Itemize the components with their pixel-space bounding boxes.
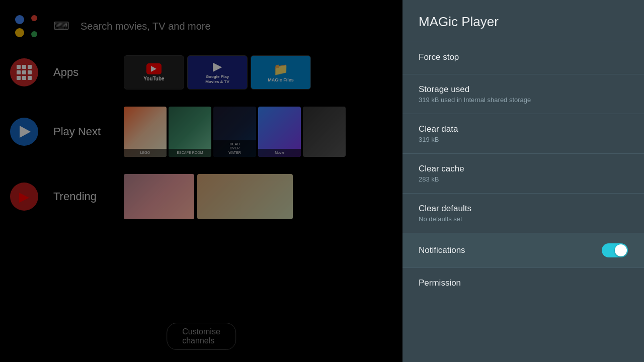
clear-defaults-sublabel: No defaults set (419, 215, 628, 223)
clear-cache-label: Clear cache (419, 164, 628, 174)
storage-used-item[interactable]: Storage used 319 kB used in Internal sha… (403, 74, 644, 114)
apps-thumbnails: YouTube ▶ Google PlayMovies & TV 📁 MAGic… (124, 55, 311, 89)
google-logo-icon (15, 15, 37, 37)
google-play-movies-thumb[interactable]: ▶ Google PlayMovies & TV (187, 55, 248, 89)
clear-defaults-item[interactable]: Clear defaults No defaults set (403, 194, 644, 233)
trending-section: ▶ Trending (0, 168, 403, 225)
keyboard-icon: ⌨ (52, 17, 70, 35)
play-icon (20, 126, 31, 138)
tv-home-screen: ⌨ Search movies, TV and more Apps YouTub… (0, 0, 403, 362)
search-placeholder[interactable]: Search movies, TV and more (80, 21, 211, 32)
customise-channels-label: Customise channels (167, 323, 236, 350)
play-next-thumbnails: LEGO ESCAPE ROOM DEADOVERWATER Movie (124, 107, 346, 157)
play-next-section: Play Next LEGO ESCAPE ROOM DEADOVERWATER… (0, 101, 403, 163)
clear-cache-item[interactable]: Clear cache 283 kB (403, 154, 644, 194)
permission-label: Permission (419, 278, 628, 288)
trending-thumbnails (124, 174, 293, 219)
notifications-item[interactable]: Notifications (403, 233, 644, 268)
clear-defaults-label: Clear defaults (419, 204, 628, 214)
trending-thumb-1[interactable] (124, 174, 194, 219)
permission-item[interactable]: Permission (403, 268, 644, 300)
movie-thumb-1[interactable]: LEGO (124, 107, 167, 157)
clear-data-sublabel: 319 kB (419, 136, 628, 143)
app-title: MAGic Player (419, 14, 499, 29)
movie-thumb-4[interactable]: Movie (258, 107, 301, 157)
force-stop-item[interactable]: Force stop (403, 42, 644, 74)
grid-icon (17, 65, 32, 80)
toggle-knob (615, 244, 627, 256)
youtube-app-thumb[interactable]: YouTube (124, 55, 184, 89)
movie-thumb-2[interactable]: ESCAPE ROOM (169, 107, 211, 157)
movie-thumb-3[interactable]: DEADOVERWATER (213, 107, 256, 157)
magic-files-thumb[interactable]: 📁 MAGic Files (251, 55, 311, 89)
clear-data-label: Clear data (419, 124, 628, 134)
search-bar[interactable]: ⌨ Search movies, TV and more (0, 5, 403, 47)
movie-thumb-5[interactable] (303, 107, 346, 157)
app-settings-panel: MAGic Player Force stop Storage used 319… (403, 0, 644, 362)
play-next-label: Play Next (53, 125, 124, 138)
trending-section-icon: ▶ (10, 183, 38, 211)
play-next-section-icon (10, 118, 38, 146)
trending-thumb-2[interactable] (197, 174, 293, 219)
storage-used-sublabel: 319 kB used in Internal shared storage (419, 96, 628, 104)
clear-cache-sublabel: 283 kB (419, 175, 628, 183)
apps-section-icon (10, 58, 38, 86)
apps-section: Apps YouTube ▶ Google PlayMovies & TV 📁 … (0, 49, 403, 96)
notifications-toggle[interactable] (602, 243, 628, 257)
app-title-bar: MAGic Player (403, 0, 644, 42)
apps-label: Apps (53, 66, 124, 79)
clear-data-item[interactable]: Clear data 319 kB (403, 114, 644, 154)
youtube-icon: ▶ (19, 189, 29, 205)
storage-used-label: Storage used (419, 84, 628, 95)
notifications-label: Notifications (419, 245, 465, 255)
force-stop-label: Force stop (419, 52, 628, 62)
trending-label: Trending (53, 190, 124, 203)
